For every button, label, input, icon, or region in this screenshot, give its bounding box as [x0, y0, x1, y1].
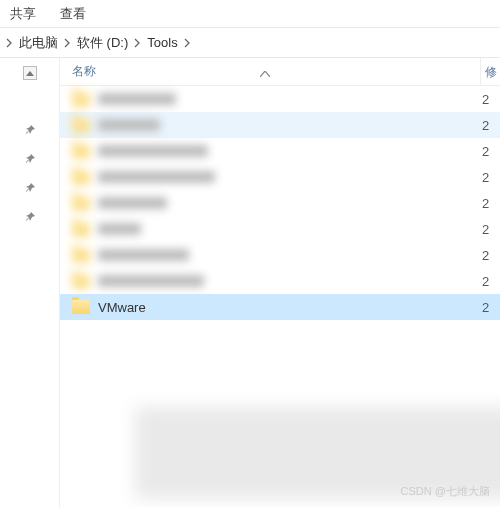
- folder-icon: [72, 300, 90, 314]
- row-date: 2: [482, 300, 500, 315]
- blurred-label: [98, 145, 208, 157]
- table-row[interactable]: 2: [60, 268, 500, 294]
- row-date: 2: [482, 196, 500, 211]
- ribbon-tabs: 共享 查看: [0, 0, 500, 28]
- chevron-right-icon[interactable]: [134, 38, 141, 48]
- breadcrumb[interactable]: 此电脑 软件 (D:) Tools: [0, 28, 500, 58]
- table-row[interactable]: 2: [60, 190, 500, 216]
- folder-icon: [72, 248, 90, 262]
- chevron-right-icon[interactable]: [6, 38, 13, 48]
- tab-share[interactable]: 共享: [10, 5, 36, 23]
- chevron-right-icon[interactable]: [184, 38, 191, 48]
- blurred-label: [98, 197, 167, 209]
- table-row[interactable]: 2: [60, 138, 500, 164]
- folder-icon: [72, 196, 90, 210]
- table-row[interactable]: VMware2: [60, 294, 500, 320]
- folder-icon: [72, 222, 90, 236]
- folder-icon: [72, 118, 90, 132]
- table-row[interactable]: 2: [60, 164, 500, 190]
- scroll-up-button[interactable]: [23, 66, 37, 80]
- row-date: 2: [482, 222, 500, 237]
- row-date: 2: [482, 118, 500, 133]
- blurred-label: [98, 93, 176, 105]
- row-date: 2: [482, 92, 500, 107]
- row-date: 2: [482, 170, 500, 185]
- folder-icon: [72, 144, 90, 158]
- blurred-label: [98, 119, 160, 131]
- folder-icon: [72, 92, 90, 106]
- pin-icon[interactable]: [24, 211, 36, 226]
- table-row[interactable]: 2: [60, 86, 500, 112]
- row-date: 2: [482, 274, 500, 289]
- blurred-label: [98, 249, 189, 261]
- column-headers[interactable]: 名称 修: [60, 58, 500, 86]
- sort-indicator-icon: [260, 66, 270, 80]
- breadcrumb-item[interactable]: Tools: [141, 33, 183, 52]
- table-row[interactable]: 2: [60, 242, 500, 268]
- nav-pane[interactable]: [0, 58, 60, 507]
- column-modified[interactable]: 修: [480, 58, 500, 86]
- blurred-label: [98, 171, 215, 183]
- file-list: 名称 修 22222222VMware2 CSDN @七维大脑: [60, 58, 500, 507]
- pin-icon[interactable]: [24, 124, 36, 139]
- row-date: 2: [482, 248, 500, 263]
- breadcrumb-item[interactable]: 此电脑: [13, 32, 64, 54]
- folder-icon: [72, 274, 90, 288]
- pin-icon[interactable]: [24, 182, 36, 197]
- chevron-right-icon[interactable]: [64, 38, 71, 48]
- table-row[interactable]: 2: [60, 112, 500, 138]
- table-row[interactable]: 2: [60, 216, 500, 242]
- blurred-label: [98, 223, 141, 235]
- watermark: CSDN @七维大脑: [401, 484, 490, 499]
- tab-view[interactable]: 查看: [60, 5, 86, 23]
- breadcrumb-item[interactable]: 软件 (D:): [71, 32, 134, 54]
- folder-icon: [72, 170, 90, 184]
- row-date: 2: [482, 144, 500, 159]
- pin-icon[interactable]: [24, 153, 36, 168]
- blurred-label: [98, 275, 204, 287]
- row-label: VMware: [98, 300, 146, 315]
